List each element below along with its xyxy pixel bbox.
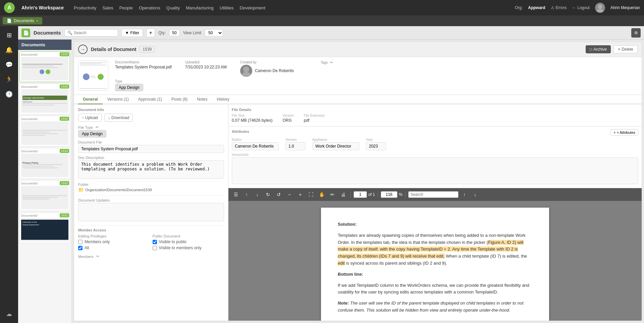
nav-operations[interactable]: Operations bbox=[139, 5, 160, 10]
pdf-down-button[interactable]: ↓ bbox=[253, 190, 262, 199]
all-row: All bbox=[78, 246, 150, 250]
settings-gear[interactable]: ⚙ bbox=[631, 28, 641, 38]
filter-button[interactable]: ▼ Filter bbox=[121, 29, 143, 37]
pdf-pan-button[interactable]: ✋ bbox=[317, 190, 326, 199]
docs-panel-header: Documents bbox=[18, 40, 71, 50]
pdf-search-down-button[interactable]: ↓ bbox=[471, 190, 480, 199]
doc-description-input[interactable]: This document identifies a problem with … bbox=[78, 160, 224, 179]
nav-manufacturing[interactable]: Manufacturing bbox=[186, 5, 213, 10]
pdf-toolbar: ☰ ↑ ↓ ↻ ↺ − + ⛶ ✋ ✏ bbox=[228, 188, 642, 201]
tab-close-button[interactable]: × bbox=[36, 19, 38, 23]
tab-history[interactable]: History bbox=[212, 95, 234, 104]
view-limit-select[interactable]: 50 100 200 bbox=[205, 29, 223, 37]
delete-button[interactable]: × Delete bbox=[613, 45, 638, 53]
pdf-menu-button[interactable]: ☰ bbox=[231, 190, 240, 199]
sidebar-icon-clock[interactable]: 🕐 bbox=[3, 88, 15, 101]
add-button[interactable]: + bbox=[146, 29, 155, 37]
sidebar-icon-cloud[interactable]: ☁ bbox=[3, 308, 15, 320]
visible-public-checkbox[interactable] bbox=[153, 240, 157, 244]
members-only-checkbox[interactable] bbox=[78, 240, 83, 244]
pdf-undo-button[interactable]: ↺ bbox=[274, 190, 283, 199]
doc-item-1534[interactable]: 1534 DocumentId Privacy Policy bbox=[19, 148, 70, 179]
pdf-search-input[interactable] bbox=[408, 191, 459, 198]
visible-members-checkbox[interactable] bbox=[153, 246, 157, 250]
nav-people[interactable]: People bbox=[119, 5, 133, 10]
file-type-edit-icon[interactable]: ✏ bbox=[96, 125, 99, 129]
logout-button[interactable]: ← Logout bbox=[572, 5, 590, 10]
pdf-zoom-out-button[interactable]: − bbox=[285, 190, 294, 199]
doc-item-1531[interactable]: 1531 DocumentId troduction to therinting… bbox=[19, 212, 70, 243]
nav-development[interactable]: Development bbox=[240, 5, 266, 10]
search-input[interactable] bbox=[74, 31, 114, 35]
doc-info-section: DocumentName Templates System Proposal.p… bbox=[74, 57, 642, 95]
version-info-input[interactable] bbox=[232, 157, 638, 184]
file-size-field: File Size 0.07 MB (74626 bytes) bbox=[232, 114, 272, 123]
doc-thumb-1531: troduction to therinting Department bbox=[21, 218, 68, 241]
pdf-zoom-in-button[interactable]: + bbox=[296, 190, 305, 199]
pdf-print-button[interactable]: 🖨 bbox=[338, 190, 348, 199]
zoom-input[interactable] bbox=[381, 191, 397, 198]
detail-id-badge: 1539 bbox=[140, 46, 155, 53]
sidebar-icon-chat[interactable]: 💬 bbox=[3, 58, 15, 71]
sidebar-icon-bell[interactable]: 🔔 bbox=[3, 44, 15, 56]
document-updates-input[interactable] bbox=[78, 203, 224, 221]
folder-row: Folder 📁 Organization\Documents\Document… bbox=[78, 182, 224, 193]
view-limit-label: View Limit bbox=[183, 31, 201, 35]
pdf-search-up-button[interactable]: ↑ bbox=[460, 190, 469, 199]
year-field: Year bbox=[366, 138, 386, 150]
all-checkbox[interactable] bbox=[78, 246, 83, 250]
file-details: File Details File Size 0.07 MB (74626 by… bbox=[232, 108, 325, 123]
member-access-grid: Editing Privileges Members only All bbox=[78, 234, 224, 252]
errors-button[interactable]: ⚠ Errors bbox=[551, 5, 567, 10]
year-input[interactable] bbox=[366, 142, 386, 150]
doc-description-row: Doc Description This document identifies… bbox=[78, 156, 224, 180]
nav-quality[interactable]: Quality bbox=[166, 5, 180, 10]
nav-productivity[interactable]: Productivity bbox=[74, 5, 96, 10]
tab-general[interactable]: General bbox=[78, 95, 103, 104]
app-name-input[interactable] bbox=[312, 142, 359, 150]
download-button[interactable]: ↓ Download bbox=[104, 114, 133, 122]
pdf-text: Solution: Templates are already spawning… bbox=[338, 221, 532, 321]
content-area: → Details of Document 1539 □ Archive × D… bbox=[72, 40, 644, 323]
tab-notes[interactable]: Notes bbox=[192, 95, 212, 104]
doc-id-badge-1538: 1538 bbox=[60, 85, 69, 89]
document-file-input[interactable] bbox=[78, 145, 224, 153]
add-attributes-button[interactable]: + + Attributes bbox=[610, 129, 638, 136]
pdf-draw-button[interactable]: ✏ bbox=[328, 190, 337, 199]
version-attr-input[interactable] bbox=[285, 142, 306, 150]
doc-item-1539[interactable]: 1539 DocumentId bbox=[19, 51, 70, 82]
page-current-input[interactable] bbox=[354, 191, 367, 198]
nav-back-button[interactable]: → bbox=[78, 45, 88, 54]
documents-tab[interactable]: 📄 Documents × bbox=[3, 17, 42, 24]
sidebar-icon-run[interactable]: 🏃 bbox=[3, 73, 15, 86]
sub-header: 📄 Documents 🔍 ▼ Filter + Qty: 50 View Li… bbox=[18, 26, 644, 40]
search-box[interactable]: 🔍 bbox=[64, 29, 118, 37]
created-by: Cameron De Robertis bbox=[240, 65, 294, 77]
nav-sales[interactable]: Sales bbox=[102, 5, 113, 10]
pdf-refresh-button[interactable]: ↻ bbox=[263, 190, 273, 199]
document-info-title: Document Info bbox=[78, 108, 224, 112]
detail-actions: □ Archive × Delete bbox=[586, 45, 638, 53]
doc-item-1538[interactable]: 1538 DocumentId Design document Attribut… bbox=[19, 84, 70, 114]
tab-versions[interactable]: Versions (1) bbox=[103, 95, 133, 104]
archive-button[interactable]: □ Archive bbox=[586, 45, 611, 53]
search-icon: 🔍 bbox=[67, 31, 72, 35]
tab-approvals[interactable]: Approvals (1) bbox=[133, 95, 167, 104]
pdf-up-button[interactable]: ↑ bbox=[242, 190, 251, 199]
sidebar-icon-grid[interactable]: ⊞ bbox=[3, 29, 15, 42]
upload-button[interactable]: ↑ Upload bbox=[78, 114, 102, 122]
members-row: Members ✏ bbox=[78, 254, 224, 259]
nav-utilities[interactable]: Utilities bbox=[220, 5, 234, 10]
doc-item-1535[interactable]: 1535 DocumentId bbox=[19, 116, 70, 147]
author-input[interactable] bbox=[232, 142, 279, 150]
documents-icon: 📄 bbox=[7, 18, 12, 23]
pdf-content: Solution: Templates are already spawning… bbox=[228, 201, 642, 321]
tab-posts[interactable]: Posts (8) bbox=[167, 95, 192, 104]
tags-edit-icon[interactable]: ✏ bbox=[330, 60, 333, 64]
org-label: Org: bbox=[515, 5, 523, 10]
qty-label: Qty: bbox=[158, 31, 166, 35]
members-edit-icon[interactable]: ✏ bbox=[96, 254, 99, 259]
pdf-fullscreen-button[interactable]: ⛶ bbox=[306, 190, 316, 199]
preview-panel: ☰ ↑ ↓ ↻ ↺ − + ⛶ ✋ ✏ bbox=[228, 188, 642, 321]
doc-item-1532[interactable]: 1532 DocumentId bbox=[19, 180, 70, 211]
